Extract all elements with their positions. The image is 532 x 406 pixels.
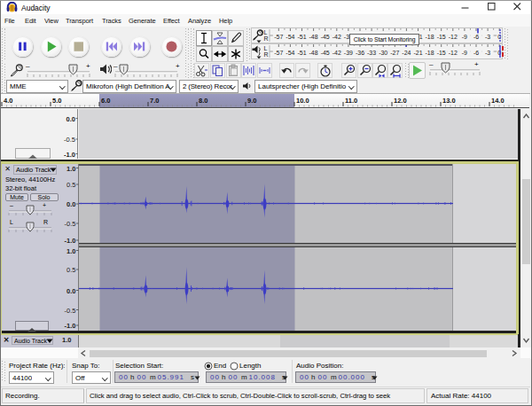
svg-text:1.0: 1.0: [66, 246, 75, 254]
svg-text:-1.0: -1.0: [64, 151, 75, 159]
svg-text:-42: -42: [332, 34, 341, 40]
svg-text:-57: -57: [274, 50, 283, 56]
svg-text:13.0: 13.0: [442, 97, 456, 105]
svg-text:7.0: 7.0: [150, 97, 159, 105]
svg-text:8.0: 8.0: [199, 97, 207, 105]
svg-text:12.0: 12.0: [394, 97, 407, 105]
svg-text:-45: -45: [321, 34, 330, 40]
svg-text:-48: -48: [309, 34, 318, 40]
svg-text:0.5: 0.5: [66, 181, 75, 189]
svg-text:-3: -3: [485, 50, 490, 56]
svg-text:0.0: 0.0: [66, 200, 75, 208]
svg-text:0.5: 0.5: [66, 266, 75, 274]
svg-text:0.0: 0.0: [66, 115, 75, 123]
svg-text:9.0: 9.0: [247, 97, 256, 105]
svg-text:-3: -3: [485, 34, 490, 40]
svg-text:11.0: 11.0: [345, 97, 357, 105]
svg-text:-39: -39: [344, 50, 353, 56]
svg-text:6.0: 6.0: [101, 97, 110, 105]
svg-text:5.0: 5.0: [52, 97, 61, 105]
svg-text:-15: -15: [437, 50, 446, 56]
svg-text:-21: -21: [413, 50, 422, 56]
svg-text:-12: -12: [449, 34, 458, 40]
svg-text:-42: -42: [332, 50, 341, 56]
svg-text:-51: -51: [297, 34, 306, 40]
svg-text:-54: -54: [286, 50, 294, 56]
svg-text:-12: -12: [449, 50, 458, 56]
svg-text:-1.0: -1.0: [64, 322, 75, 330]
svg-text:-48: -48: [309, 50, 318, 56]
svg-text:-6: -6: [473, 34, 479, 40]
svg-text:-9: -9: [462, 34, 467, 40]
svg-text:-27: -27: [390, 50, 399, 56]
svg-text:-36: -36: [356, 50, 364, 56]
svg-text:-1.0: -1.0: [64, 237, 75, 245]
svg-text:-0.5: -0.5: [64, 306, 75, 314]
svg-text:-51: -51: [297, 50, 306, 56]
svg-text:-24: -24: [402, 50, 411, 56]
svg-text:-45: -45: [321, 50, 330, 56]
svg-text:-33: -33: [367, 50, 376, 56]
svg-text:4.0: 4.0: [4, 97, 12, 105]
svg-text:0.0: 0.0: [66, 286, 75, 294]
svg-text:1.0: 1.0: [66, 164, 75, 172]
svg-text:-57: -57: [274, 34, 283, 40]
svg-text:-18: -18: [426, 34, 434, 40]
svg-text:-0.5: -0.5: [64, 136, 75, 144]
svg-text:-6: -6: [473, 50, 479, 56]
svg-text:-30: -30: [379, 50, 387, 56]
svg-text:-18: -18: [426, 50, 434, 56]
svg-text:-15: -15: [437, 34, 446, 40]
svg-text:10.0: 10.0: [296, 97, 309, 105]
svg-text:-9: -9: [462, 50, 467, 56]
svg-text:-0.5: -0.5: [64, 220, 75, 228]
svg-text:14.0: 14.0: [491, 97, 505, 105]
svg-text:-54: -54: [286, 34, 294, 40]
